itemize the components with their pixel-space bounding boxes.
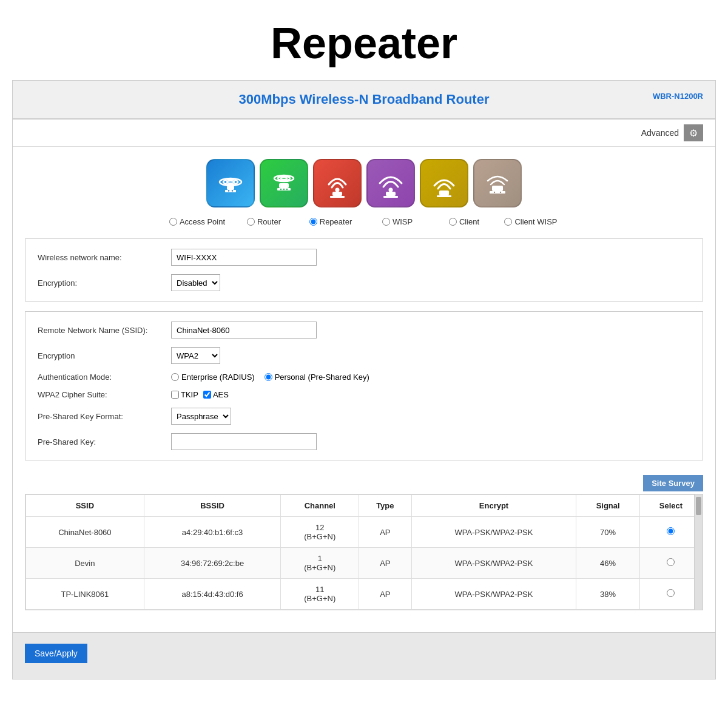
router-header: 300Mbps Wireless-N Broadband Router WBR-… [13, 81, 715, 120]
table-row: Devin34:96:72:69:2c:be1 (B+G+N)APWPA-PSK… [26, 548, 703, 579]
remote-ssid-label: Remote Network Name (SSID): [38, 326, 171, 335]
col-bssid: BSSID [144, 495, 281, 517]
table-cell: AP [359, 548, 411, 579]
col-type: Type [359, 495, 411, 517]
psk-row: Pre-Shared Key: [38, 433, 690, 450]
local-settings-section: Wireless network name: Encryption: Disab… [25, 238, 703, 302]
cipher-tkip-checkbox[interactable] [171, 391, 179, 399]
svg-rect-19 [386, 192, 396, 196]
mode-label-client[interactable]: Client [459, 217, 479, 226]
mode-label-client-wisp[interactable]: Client WISP [514, 217, 557, 226]
encryption-select[interactable]: Disabled WEP WPA WPA2 [171, 274, 220, 291]
col-signal: Signal [576, 495, 639, 517]
ssid-label: Wireless network name: [38, 253, 171, 262]
cipher-label: WPA2 Cipher Suite: [38, 390, 171, 399]
table-cell: a4:29:40:b1:6f:c3 [144, 517, 281, 548]
router-title: 300Mbps Wireless-N Broadband Router [239, 92, 490, 107]
svg-point-12 [280, 189, 281, 190]
psk-input[interactable] [171, 433, 317, 450]
svg-point-15 [335, 188, 340, 192]
mode-icon-repeater[interactable] [313, 159, 362, 207]
remote-encryption-row: Encryption WPA2 Disabled WEP WPA [38, 347, 690, 364]
auth-personal-text: Personal (Pre-Shared Key) [275, 372, 369, 382]
table-cell: 70% [576, 517, 639, 548]
table-cell: ChinaNet-8060 [26, 517, 144, 548]
mode-label-repeater[interactable]: Repeater [320, 217, 352, 226]
survey-select-radio[interactable] [667, 589, 675, 597]
svg-point-25 [494, 192, 495, 193]
mode-radio-router[interactable]: Router [234, 217, 294, 226]
table-cell: 34:96:72:69:2c:be [144, 548, 281, 579]
cipher-aes-label[interactable]: AES [203, 390, 229, 399]
svg-point-2 [227, 181, 234, 183]
cipher-aes-checkbox[interactable] [203, 391, 211, 399]
svg-rect-21 [439, 190, 449, 195]
psk-format-select[interactable]: Passphrase Hex [171, 408, 231, 425]
cipher-tkip-label[interactable]: TKIP [171, 390, 198, 399]
site-survey-button[interactable]: Site Survey [643, 475, 703, 491]
mode-icon-router[interactable] [260, 159, 308, 207]
remote-ssid-row: Remote Network Name (SSID): [38, 322, 690, 339]
auth-radio-group: Enterprise (RADIUS) Personal (Pre-Shared… [171, 372, 369, 382]
table-cell: TP-LINK8061 [26, 579, 144, 610]
mode-icon-access-point[interactable] [206, 159, 255, 207]
auth-personal-radio[interactable] [265, 373, 272, 381]
mode-radio-wisp[interactable]: WISP [367, 217, 428, 226]
mode-icon-client-wisp[interactable] [473, 159, 522, 207]
table-section: SSID BSSID Channel Type Encrypt Signal S… [25, 494, 703, 610]
mode-radio-client-wisp[interactable]: Client WISP [500, 217, 561, 226]
auth-enterprise-radio[interactable] [171, 373, 179, 381]
cipher-tkip-text: TKIP [181, 390, 198, 399]
survey-select-radio[interactable] [667, 527, 675, 535]
select-cell[interactable] [639, 517, 702, 548]
remote-ssid-input[interactable] [171, 322, 317, 339]
auth-enterprise-label[interactable]: Enterprise (RADIUS) [171, 372, 255, 382]
router-container: 300Mbps Wireless-N Broadband Router WBR-… [12, 80, 716, 679]
site-survey-section: Site Survey SSID BSSID Channel Type [25, 470, 703, 610]
remote-encryption-select[interactable]: WPA2 Disabled WEP WPA [171, 347, 220, 364]
table-cell: AP [359, 517, 411, 548]
svg-rect-10 [279, 183, 289, 188]
svg-point-5 [228, 190, 229, 191]
cipher-row: WPA2 Cipher Suite: TKIP AES [38, 390, 690, 399]
svg-rect-24 [490, 191, 505, 194]
auth-enterprise-text: Enterprise (RADIUS) [181, 372, 255, 382]
select-cell[interactable] [639, 579, 702, 610]
auth-mode-label: Authentication Mode: [38, 372, 171, 382]
mode-radio-access-point[interactable]: Access Point [167, 217, 228, 226]
auth-mode-row: Authentication Mode: Enterprise (RADIUS)… [38, 372, 690, 382]
remote-encryption-label: Encryption [38, 351, 171, 360]
select-cell[interactable] [639, 548, 702, 579]
survey-table: SSID BSSID Channel Type Encrypt Signal S… [25, 494, 703, 610]
save-apply-button[interactable]: Save/Apply [25, 644, 87, 663]
auth-personal-label[interactable]: Personal (Pre-Shared Key) [265, 372, 369, 382]
scrollbar[interactable] [694, 494, 703, 610]
svg-rect-20 [383, 196, 398, 198]
svg-rect-17 [330, 196, 345, 198]
table-cell: Devin [26, 548, 144, 579]
gear-button[interactable]: ⚙ [684, 124, 703, 141]
mode-icon-client[interactable] [420, 159, 468, 207]
ssid-row: Wireless network name: [38, 249, 690, 266]
mode-label-router[interactable]: Router [257, 217, 281, 226]
bottom-bar: Save/Apply [13, 632, 715, 679]
svg-rect-16 [332, 192, 342, 196]
mode-label-access-point[interactable]: Access Point [180, 217, 225, 226]
mode-label-wisp[interactable]: WISP [393, 217, 413, 226]
main-content: Access Point Router Repeater WISP Client… [13, 147, 715, 632]
table-cell: a8:15:4d:43:d0:f6 [144, 579, 281, 610]
psk-format-row: Pre-Shared Key Format: Passphrase Hex [38, 408, 690, 425]
table-cell: 38% [576, 579, 639, 610]
mode-radio-repeater[interactable]: Repeater [300, 217, 361, 226]
mode-icon-wisp[interactable] [366, 159, 415, 207]
col-encrypt: Encrypt [411, 495, 576, 517]
mode-radios: Access Point Router Repeater WISP Client… [25, 217, 703, 226]
svg-point-9 [281, 177, 287, 180]
cipher-checkbox-group: TKIP AES [171, 390, 229, 399]
survey-select-radio[interactable] [667, 558, 675, 566]
svg-point-6 [232, 190, 233, 191]
ssid-input[interactable] [171, 249, 317, 266]
mode-radio-client[interactable]: Client [434, 217, 494, 226]
col-select: Select [639, 495, 702, 517]
psk-format-label: Pre-Shared Key Format: [38, 412, 171, 421]
